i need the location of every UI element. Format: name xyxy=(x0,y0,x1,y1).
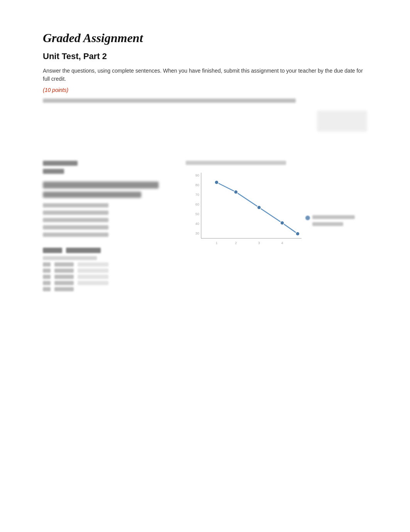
unit-test-title: Unit Test, Part 2 xyxy=(43,51,367,61)
svg-text:2: 2 xyxy=(235,241,237,245)
page-container: Graded Assignment Unit Test, Part 2 Answ… xyxy=(20,0,390,324)
instructions-text: Answer the questions, using complete sen… xyxy=(43,67,367,83)
line-chart: 90 80 70 60 50 40 30 1 2 3 4 xyxy=(186,169,305,250)
content-area: 90 80 70 60 50 40 30 1 2 3 4 xyxy=(43,110,367,293)
svg-text:80: 80 xyxy=(195,183,199,187)
page-title: Graded Assignment xyxy=(43,31,367,45)
svg-point-17 xyxy=(296,232,300,236)
question-right: 90 80 70 60 50 40 30 1 2 3 4 xyxy=(170,161,367,293)
question-left xyxy=(43,161,159,293)
svg-point-15 xyxy=(257,206,261,209)
points-label: (10 points) xyxy=(43,87,367,93)
svg-text:60: 60 xyxy=(195,202,199,206)
chart-area: 90 80 70 60 50 40 30 1 2 3 4 xyxy=(186,169,317,254)
blurred-question-line xyxy=(43,99,367,103)
svg-text:40: 40 xyxy=(195,222,199,226)
question-section: 90 80 70 60 50 40 30 1 2 3 4 xyxy=(43,161,367,293)
top-right-blurred-box xyxy=(317,110,367,132)
svg-point-16 xyxy=(280,221,284,225)
svg-text:70: 70 xyxy=(195,193,199,197)
svg-text:30: 30 xyxy=(195,231,199,235)
svg-point-14 xyxy=(234,190,238,194)
svg-text:50: 50 xyxy=(195,212,199,216)
svg-text:3: 3 xyxy=(258,241,260,245)
svg-text:90: 90 xyxy=(195,173,199,177)
svg-point-13 xyxy=(215,180,219,184)
chart-legend xyxy=(305,215,367,228)
svg-text:1: 1 xyxy=(215,241,217,245)
svg-text:4: 4 xyxy=(281,241,283,245)
